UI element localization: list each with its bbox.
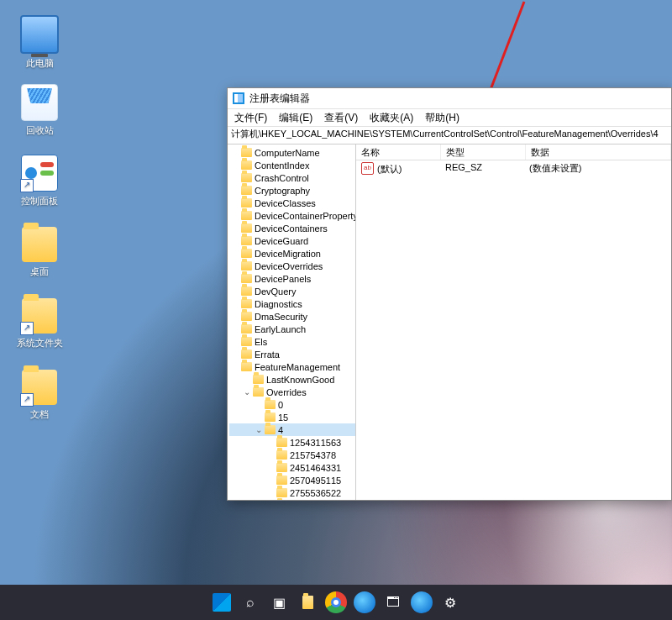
tree-node[interactable]: DmaSecurity [229,310,355,323]
desktop-icon-pc[interactable]: 此电脑 [10,15,69,70]
tree-node[interactable]: 1254311563 [229,436,355,449]
tree-node[interactable]: ⌄Overrides [229,386,355,398]
tree-node[interactable]: ComputerName [229,146,355,159]
tree-node[interactable]: DeviceGuard [229,234,355,247]
task-view-icon[interactable]: ▣ [268,591,290,613]
folder-icon [241,249,252,258]
registry-icon [233,92,244,104]
tree-node-label: 2570495115 [290,476,341,486]
tree-node-label: Cryptography [255,186,310,196]
menu-item[interactable]: 文件(F) [234,111,267,125]
pinned-app-2[interactable] [411,591,433,613]
desktop-icon-bin[interactable]: 回收站 [10,84,69,137]
folder-icon [241,362,252,371]
desktop-icon-label: 文档 [10,408,69,421]
folder-icon [241,236,252,245]
tree-node[interactable]: ContentIndex [229,159,355,171]
tree-node[interactable]: LastKnownGood [229,373,355,386]
menu-item[interactable]: 收藏夹(A) [370,111,413,125]
tree-node-label: Overrides [266,387,307,397]
tree-node[interactable]: Els [229,335,355,348]
tree-node[interactable]: CrashControl [229,171,355,184]
folder-icon [253,387,264,397]
folder-icon [276,476,287,485]
value-row[interactable]: (默认)REG_SZ(数值未设置) [356,160,671,177]
desktop-icon-desk[interactable]: 桌面 [10,227,69,278]
menu-item[interactable]: 帮助(H) [425,111,459,125]
tree-node-label: DevQuery [255,286,297,297]
tree-node-label: 0 [278,400,283,410]
tree-node-label: Errata [255,349,280,360]
desktop-icon-misc[interactable]: ↗系统文件夹 [10,298,69,349]
tree-node[interactable]: DeviceOverrides [229,260,355,272]
tree-node[interactable]: FeatureManagement [229,360,355,373]
tree-node-label: FeatureManagement [255,362,340,372]
tree-node-label: DeviceMigration [255,249,321,259]
tree-node[interactable]: 0 [229,398,355,411]
folder-icon [241,312,252,321]
tree-node[interactable]: Errata [229,348,355,360]
expand-toggle-icon[interactable]: ⌄ [255,425,262,434]
folder-icon [241,223,252,233]
cp-icon: ↗ [21,155,58,192]
menu-item[interactable]: 编辑(E) [279,111,312,125]
folder-icon [302,596,313,609]
folder-icon [241,274,252,283]
folder-icon [276,488,287,497]
address-bar[interactable]: 计算机\HKEY_LOCAL_MACHINE\SYSTEM\CurrentCon… [228,127,671,144]
desktop-icon-label: 系统文件夹 [10,337,69,349]
folder-icon [22,227,57,262]
tree-node[interactable]: DeviceContainerPropertyUpda [229,209,355,222]
tree-node[interactable]: 2786979467 [229,499,355,500]
desktop-icon-doc[interactable]: ↗文档 [10,370,69,421]
tree-node[interactable]: DevicePanels [229,272,355,285]
folder-icon [241,324,252,334]
tree-node[interactable]: DevQuery [229,285,355,297]
col-name[interactable]: 名称 [356,144,441,160]
tree-node[interactable]: ⌄4 [229,423,355,436]
expand-toggle-icon[interactable]: ⌄ [243,387,250,397]
tree-node[interactable]: 215754378 [229,449,355,461]
col-type[interactable]: 类型 [441,144,526,160]
folder-icon [265,412,276,422]
desktop-icon-label: 控制面板 [10,195,69,208]
tree-node-label: DmaSecurity [255,312,307,322]
desktop-icon-cp[interactable]: ↗控制面板 [10,155,69,208]
folder-icon [241,349,252,359]
tree-node[interactable]: 2451464331 [229,461,355,474]
window-title: 注册表编辑器 [249,92,310,106]
value-name: (默认) [377,164,402,174]
tree-node[interactable]: Diagnostics [229,297,355,310]
tree-node-label: ContentIndex [255,160,309,171]
browser-icon[interactable] [354,591,375,613]
tree-node[interactable]: 2570495115 [229,474,355,486]
col-data[interactable]: 数据 [526,144,671,160]
value-data: (数值未设置) [524,161,671,176]
value-list: 名称 类型 数据 (默认)REG_SZ(数值未设置) [356,144,671,500]
folder-icon [241,173,252,182]
start-button[interactable] [211,591,233,613]
folder-icon [241,286,252,296]
list-header[interactable]: 名称 类型 数据 [356,144,671,160]
tree-node-label: CrashControl [255,173,309,183]
tree-node[interactable]: 2755536522 [229,486,355,499]
registry-tree[interactable]: ComputerNameContentIndexCrashControlCryp… [228,144,356,500]
tree-node[interactable]: 15 [229,411,355,423]
chrome-icon[interactable] [325,591,347,613]
tree-node[interactable]: EarlyLaunch [229,323,355,335]
tree-node-label: DeviceContainerPropertyUpda [255,211,356,221]
pinned-app-1[interactable]: 🗔 [382,591,404,613]
tree-node[interactable]: Cryptography [229,184,355,197]
tree-node[interactable]: DeviceClasses [229,197,355,209]
search-icon[interactable]: ⌕ [239,591,261,613]
menu-item[interactable]: 查看(V) [324,111,358,125]
value-type: REG_SZ [440,161,524,176]
folder-icon [253,375,264,384]
titlebar[interactable]: 注册表编辑器 [228,88,671,109]
tree-node[interactable]: DeviceMigration [229,247,355,260]
tree-node[interactable]: DeviceContainers [229,222,355,234]
settings-icon[interactable]: ⚙ [439,591,461,613]
file-explorer-icon[interactable] [297,591,318,613]
taskbar: ⌕▣🗔⚙ [0,585,672,620]
folder-icon [241,337,252,346]
